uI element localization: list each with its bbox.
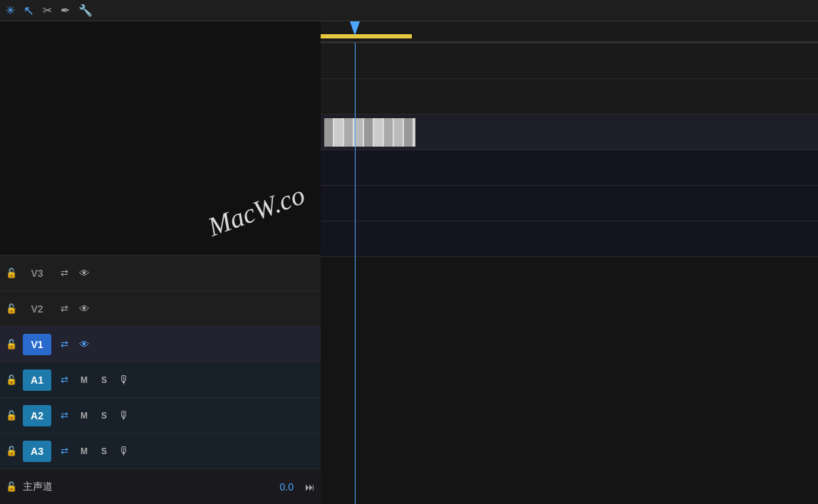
flash-icon[interactable]: ✳	[6, 4, 15, 17]
tracks-section: 🔓 V3 ⇄ 👁 🔓 V2 ⇄ 👁 🔓 V1 ⇄ 👁 🔓	[0, 255, 321, 504]
track-label-v1[interactable]: V1	[23, 334, 51, 355]
preview-area: MacW.co	[0, 21, 321, 255]
track-label-a2[interactable]: A2	[23, 405, 51, 426]
cursor-icon[interactable]: ↖	[24, 3, 34, 19]
wrench-icon[interactable]: 🔧	[78, 4, 93, 17]
track-row-a1: 🔓 A1 ⇄ M S 🎙	[0, 362, 321, 397]
sync-icon-a1[interactable]: ⇄	[57, 374, 71, 385]
master-label: 主声道	[23, 481, 274, 493]
lock-icon-v3[interactable]: 🔓	[6, 268, 17, 278]
main-area: MacW.co 🔓 V3 ⇄ 👁 🔓 V2 ⇄ 👁 🔓 V1 ⇄	[0, 21, 818, 504]
sync-icon-v3[interactable]: ⇄	[57, 268, 71, 278]
ruler[interactable]	[321, 21, 818, 43]
timeline-row-v3	[321, 43, 818, 78]
track-label-v3[interactable]: V3	[23, 263, 51, 284]
track-row-v2: 🔓 V2 ⇄ 👁	[0, 290, 321, 326]
lock-icon-v2[interactable]: 🔓	[6, 303, 17, 314]
eye-icon-v3[interactable]: 👁	[77, 267, 91, 279]
track-label-v2[interactable]: V2	[23, 298, 51, 320]
track-row-a3: 🔓 A3 ⇄ M S 🎙	[0, 433, 321, 468]
timeline-row-a3	[321, 221, 818, 256]
track-row-a2: 🔓 A2 ⇄ M S 🎙	[0, 397, 321, 433]
track-row-master: 🔓 主声道 0.0 ⏭	[0, 468, 321, 504]
sync-icon-a3[interactable]: ⇄	[57, 446, 71, 456]
timeline-tracks	[321, 43, 818, 504]
skip-to-end-icon[interactable]: ⏭	[305, 481, 315, 493]
mute-btn-a2[interactable]: M	[77, 409, 91, 423]
watermark: MacW.co	[204, 179, 309, 243]
track-row-v3: 🔓 V3 ⇄ 👁	[0, 255, 321, 290]
razor-icon[interactable]: ✂	[43, 4, 52, 17]
sync-icon-v2[interactable]: ⇄	[57, 303, 71, 314]
mute-btn-a3[interactable]: M	[77, 444, 91, 458]
timeline-row-v2	[321, 78, 818, 114]
lock-icon-a2[interactable]: 🔓	[6, 410, 17, 421]
timeline-row-v1[interactable]	[321, 114, 818, 149]
timeline-row-a2	[321, 185, 818, 221]
track-label-a3[interactable]: A3	[23, 441, 51, 462]
mic-icon-a1[interactable]: 🎙	[117, 374, 131, 387]
lock-icon-a3[interactable]: 🔓	[6, 446, 17, 456]
track-headers: MacW.co 🔓 V3 ⇄ 👁 🔓 V2 ⇄ 👁 🔓 V1 ⇄	[0, 21, 321, 504]
timeline-row-master	[321, 256, 818, 292]
lock-icon-master[interactable]: 🔓	[6, 481, 17, 492]
sync-icon-a2[interactable]: ⇄	[57, 410, 71, 421]
toolbar: ✳ ↖ ✂ ✒ 🔧	[0, 0, 818, 21]
tick-area	[321, 21, 818, 42]
solo-btn-a1[interactable]: S	[97, 373, 111, 387]
timeline-row-a1	[321, 149, 818, 185]
mic-icon-a3[interactable]: 🎙	[117, 445, 131, 458]
sync-icon-v1[interactable]: ⇄	[57, 339, 71, 350]
master-value: 0.0	[280, 481, 294, 493]
solo-btn-a2[interactable]: S	[97, 409, 111, 423]
video-clip-v1[interactable]	[324, 118, 415, 147]
lock-icon-v1[interactable]: 🔓	[6, 339, 17, 350]
solo-btn-a3[interactable]: S	[97, 444, 111, 458]
lock-icon-a1[interactable]: 🔓	[6, 374, 17, 385]
track-row-v1: 🔓 V1 ⇄ 👁	[0, 326, 321, 362]
track-label-a1[interactable]: A1	[23, 369, 51, 391]
mic-icon-a2[interactable]: 🎙	[117, 409, 131, 422]
eye-icon-v2[interactable]: 👁	[77, 303, 91, 315]
pen-icon[interactable]: ✒	[61, 4, 70, 17]
ruler-bottom-line	[321, 41, 818, 42]
mute-btn-a1[interactable]: M	[77, 373, 91, 387]
timeline-area	[321, 21, 818, 504]
eye-icon-v1[interactable]: 👁	[77, 338, 91, 350]
